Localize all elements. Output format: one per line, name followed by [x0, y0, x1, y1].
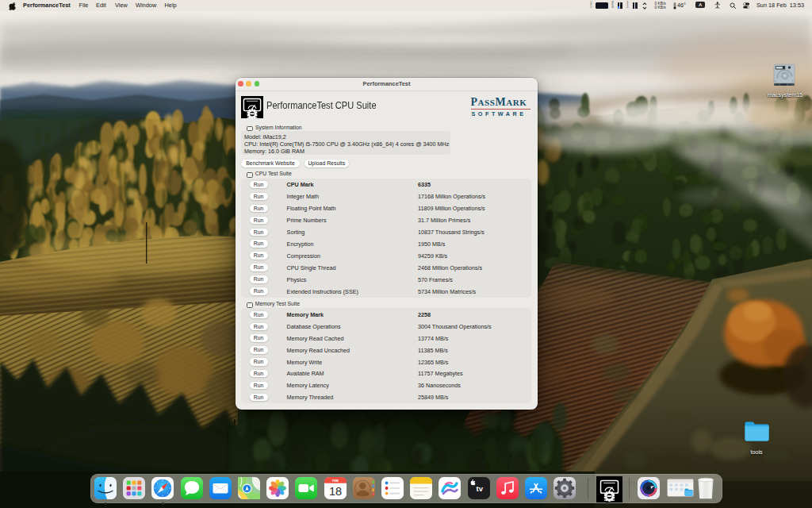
svg-text:18: 18	[329, 484, 342, 497]
svg-text:FEB: FEB	[332, 478, 339, 482]
svg-text:tv: tv	[476, 484, 483, 493]
